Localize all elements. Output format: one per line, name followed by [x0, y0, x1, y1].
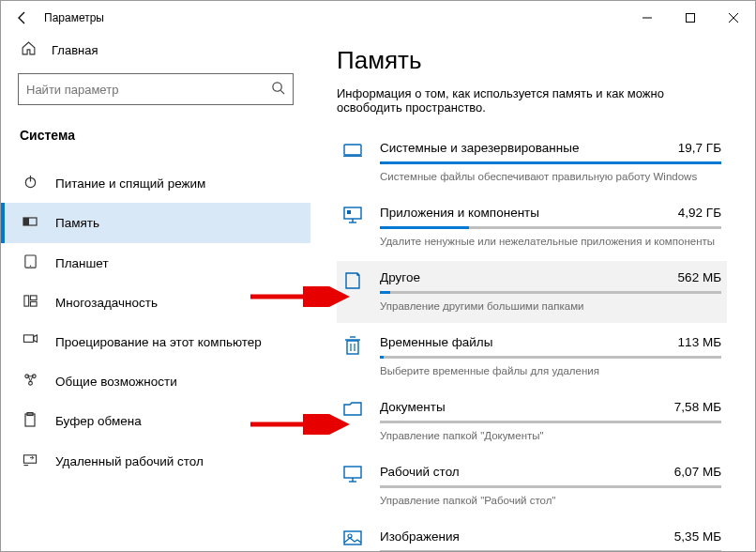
category-head: Другое562 МБ	[380, 270, 721, 284]
nav-item-project[interactable]: Проецирование на этот компьютер	[1, 322, 310, 361]
category-body: Рабочий стол6,07 МБУправление папкой "Ра…	[380, 465, 721, 506]
category-desc: Удалите ненужные или нежелательные прило…	[380, 236, 721, 247]
category-temp[interactable]: Временные файлы113 МБВыберите временные …	[337, 326, 727, 388]
svg-line-22	[30, 377, 32, 382]
nav-item-remote[interactable]: Удаленный рабочий стол	[1, 441, 310, 481]
svg-rect-41	[344, 531, 361, 544]
category-documents[interactable]: Документы7,58 МБУправление папкой "Докум…	[337, 391, 727, 452]
category-head: Приложения и компоненты4,92 ГБ	[380, 206, 721, 220]
category-body: Другое562 МБУправление другими большими …	[380, 270, 721, 312]
category-bar	[380, 291, 721, 294]
svg-rect-27	[344, 145, 361, 155]
svg-rect-9	[23, 218, 29, 225]
nav-item-power[interactable]: Питание и спящий режим	[1, 163, 310, 203]
page-title: Память	[337, 46, 727, 75]
search-input[interactable]	[26, 83, 271, 97]
main-panel: Память Информация о том, как используетс…	[310, 35, 755, 552]
category-size: 4,92 ГБ	[678, 206, 721, 220]
category-name: Изображения	[380, 529, 460, 544]
page-subtitle: Информация о том, как используется памят…	[337, 86, 727, 115]
nav-label: Буфер обмена	[55, 414, 142, 428]
category-system[interactable]: Системные и зарезервированные19,7 ГБСист…	[337, 131, 727, 193]
category-name: Другое	[380, 270, 420, 284]
window-controls	[626, 1, 755, 35]
minimize-button[interactable]	[626, 1, 669, 35]
svg-point-11	[29, 265, 31, 267]
category-bar	[380, 421, 721, 423]
category-size: 7,58 МБ	[674, 400, 721, 414]
svg-rect-29	[344, 207, 361, 219]
svg-line-5	[280, 90, 284, 94]
svg-point-4	[273, 83, 281, 91]
maximize-button[interactable]	[669, 1, 712, 35]
category-bar	[380, 356, 721, 359]
category-images[interactable]: Изображения5,35 МБ	[337, 520, 727, 552]
category-head: Системные и зарезервированные19,7 ГБ	[380, 141, 721, 155]
category-bar	[380, 485, 721, 488]
nav-item-truncated[interactable]	[1, 152, 310, 163]
category-body: Документы7,58 МБУправление папкой "Докум…	[380, 400, 721, 441]
clipboard-icon	[22, 412, 38, 430]
category-desktop[interactable]: Рабочий стол6,07 МБУправление папкой "Ра…	[337, 455, 727, 517]
category-bar	[380, 226, 721, 229]
svg-rect-38	[344, 467, 361, 478]
search-icon	[271, 81, 285, 98]
content: Главная Система Питание и спящий режим П…	[1, 35, 755, 552]
category-head: Рабочий стол6,07 МБ	[380, 465, 721, 479]
svg-rect-13	[30, 296, 37, 300]
titlebar-left: Параметры	[1, 1, 104, 35]
remote-icon	[22, 452, 38, 469]
nav-item-storage[interactable]: Память	[1, 203, 310, 243]
category-head: Изображения5,35 МБ	[380, 529, 721, 544]
category-name: Рабочий стол	[380, 465, 460, 479]
nav-label: Планшет	[55, 256, 109, 270]
nav-label: Память	[55, 216, 99, 230]
nav-label: Многозадачность	[55, 296, 158, 310]
category-name: Документы	[380, 400, 446, 414]
category-bar	[380, 161, 721, 164]
nav-item-shared[interactable]: Общие возможности	[1, 361, 310, 401]
category-size: 562 МБ	[678, 270, 721, 284]
section-header: Система	[1, 122, 310, 152]
category-other[interactable]: Другое562 МБУправление другими большими …	[337, 261, 727, 323]
category-body: Приложения и компоненты4,92 ГБУдалите не…	[380, 206, 721, 247]
category-size: 19,7 ГБ	[678, 141, 721, 155]
search-box[interactable]	[18, 73, 294, 105]
category-apps[interactable]: Приложения и компоненты4,92 ГБУдалите не…	[337, 196, 727, 258]
desktop-icon	[342, 466, 363, 506]
svg-rect-25	[23, 455, 36, 463]
category-size: 5,35 МБ	[674, 529, 721, 544]
laptop-icon	[342, 142, 363, 182]
category-head: Временные файлы113 МБ	[380, 335, 721, 349]
svg-rect-12	[23, 296, 28, 306]
trash-icon	[342, 336, 363, 376]
annotation-arrow-2	[249, 414, 352, 435]
category-desc: Системные файлы обеспечивают правильную …	[380, 171, 721, 182]
nav-label: Питание и спящий режим	[55, 176, 205, 191]
category-name: Приложения и компоненты	[380, 206, 539, 220]
category-name: Временные файлы	[380, 335, 492, 349]
back-button[interactable]	[1, 1, 44, 35]
category-body: Системные и зарезервированные19,7 ГБСист…	[380, 141, 721, 182]
category-size: 6,07 МБ	[674, 465, 721, 479]
annotation-arrow-1	[249, 286, 352, 307]
power-icon	[22, 175, 38, 192]
home-label: Главная	[52, 43, 98, 57]
category-head: Документы7,58 МБ	[380, 400, 721, 414]
home-link[interactable]: Главная	[1, 35, 310, 73]
titlebar: Параметры	[1, 1, 755, 35]
close-button[interactable]	[712, 1, 755, 35]
category-desc: Управление папкой "Рабочий стол"	[380, 495, 721, 506]
nav-item-tablet[interactable]: Планшет	[1, 243, 310, 283]
image-icon	[342, 530, 363, 552]
svg-marker-16	[34, 335, 38, 343]
category-desc: Выберите временные файлы для удаления	[380, 365, 721, 376]
project-icon	[22, 333, 38, 350]
nav-label: Удаленный рабочий стол	[55, 454, 204, 468]
nav-label: Общие возможности	[55, 375, 177, 389]
category-body: Изображения5,35 МБ	[380, 529, 721, 552]
category-desc: Управление другими большими папками	[380, 300, 721, 312]
category-size: 113 МБ	[678, 335, 721, 349]
tablet-icon	[22, 254, 38, 271]
nav-label: Проецирование на этот компьютер	[55, 335, 262, 349]
